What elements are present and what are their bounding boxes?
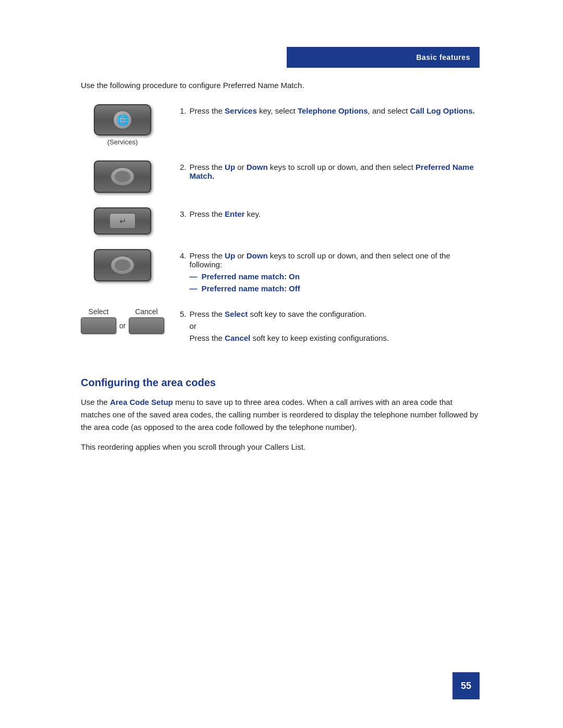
- step-2-content: Press the Up or Down keys to scroll up o…: [190, 163, 482, 180]
- step-1-text: 1. Press the Services key, select Teleph…: [180, 104, 482, 115]
- nav-oval-4: [111, 256, 134, 275]
- main-content: Use the following procedure to configure…: [81, 81, 482, 461]
- step-3-enter: Enter: [225, 209, 244, 218]
- step-4-up: Up: [225, 251, 235, 260]
- page-number-box: 55: [452, 672, 480, 699]
- step-1-inline: 1. Press the Services key, select Teleph…: [180, 106, 482, 115]
- steps-area: 🌐 (Services) 1. Press the Services key, …: [81, 104, 482, 357]
- step-1-services-link: Services: [225, 106, 257, 115]
- step-4-icon-col: [81, 249, 164, 281]
- dash-item-1: — Preferred name match: On: [190, 272, 482, 281]
- step-4-num: 4.: [180, 251, 187, 260]
- or-between-softkeys: or: [116, 322, 129, 330]
- services-key-label: (Services): [107, 138, 138, 146]
- step-1-icon-col: 🌐 (Services): [81, 104, 164, 146]
- step-1-content: Press the Services key, select Telephone…: [190, 106, 482, 115]
- step-5-row: Select Cancel or 5. Press the Select: [81, 307, 482, 342]
- step-1-call-log: Call Log Options.: [410, 106, 475, 115]
- step-3-inline: 3. Press the Enter key.: [180, 209, 482, 218]
- cancel-softkey-button[interactable]: [129, 317, 164, 334]
- step-5-inline: 5. Press the Select soft key to save the…: [180, 310, 482, 342]
- step-4-down: Down: [247, 251, 268, 260]
- dash-2-text: Preferred name match: Off: [202, 284, 300, 293]
- nav-oval-2: [111, 167, 134, 186]
- step-1-row: 🌐 (Services) 1. Press the Services key, …: [81, 104, 482, 146]
- dash-item-2: — Preferred name match: Off: [190, 284, 482, 293]
- section-heading: Configuring the area codes: [81, 377, 482, 389]
- step-2-inline: 2. Press the Up or Down keys to scroll u…: [180, 163, 482, 180]
- dash-2-symbol: —: [190, 284, 198, 293]
- services-key-image: 🌐: [94, 104, 151, 135]
- step-2-up: Up: [225, 163, 235, 171]
- step-1-telephone-options: Telephone Options: [298, 106, 368, 115]
- section-body-1: Use the Area Code Setup menu to save up …: [81, 396, 482, 434]
- softkey-labels-row: Select Cancel: [81, 307, 164, 316]
- services-globe-icon: 🌐: [113, 110, 132, 129]
- page-container: Basic features Use the following procedu…: [0, 0, 563, 728]
- step-4-content: Press the Up or Down keys to scroll up o…: [190, 251, 482, 293]
- step-5-num: 5.: [180, 310, 187, 318]
- header-bar-title: Basic features: [416, 53, 470, 61]
- step-5-content: Press the Select soft key to save the co…: [190, 310, 482, 342]
- select-softkey-button[interactable]: [81, 317, 116, 334]
- step-4-text: 4. Press the Up or Down keys to scroll u…: [180, 249, 482, 293]
- intro-text: Use the following procedure to configure…: [81, 81, 482, 90]
- step-2-icon-col: [81, 161, 164, 193]
- step-2-num: 2.: [180, 163, 187, 171]
- step-3-num: 3.: [180, 209, 187, 218]
- step-4-inline: 4. Press the Up or Down keys to scroll u…: [180, 251, 482, 293]
- step-2-text: 2. Press the Up or Down keys to scroll u…: [180, 161, 482, 180]
- enter-key-image: ↵: [94, 207, 151, 235]
- page-number: 55: [461, 681, 471, 692]
- cancel-label: Cancel: [129, 307, 164, 316]
- dash-1-text: Preferred name match: On: [202, 272, 300, 281]
- softkeys-btns-row: or: [81, 317, 164, 334]
- step-5-cancel: Cancel: [225, 334, 250, 342]
- step-5-text: 5. Press the Select soft key to save the…: [180, 307, 482, 342]
- step-3-content: Press the Enter key.: [190, 209, 482, 218]
- enter-inner-icon: ↵: [109, 213, 136, 229]
- section-body-2: This reordering applies when you scroll …: [81, 441, 482, 453]
- step-3-icon-col: ↵: [81, 207, 164, 235]
- header-bar: Basic features: [287, 47, 480, 68]
- dash-1-symbol: —: [190, 272, 198, 281]
- step-1-num: 1.: [180, 106, 187, 115]
- or-line: or: [190, 322, 482, 330]
- step-2-row: 2. Press the Up or Down keys to scroll u…: [81, 161, 482, 193]
- step-3-row: ↵ 3. Press the Enter key.: [81, 207, 482, 235]
- nav-key-image-4: [94, 249, 151, 281]
- step-2-down: Down: [247, 163, 268, 171]
- step-4-row: 4. Press the Up or Down keys to scroll u…: [81, 249, 482, 293]
- step-5-select: Select: [225, 310, 248, 318]
- softkey-or-label: [116, 307, 129, 316]
- nav-key-image-2: [94, 161, 151, 193]
- step-3-text: 3. Press the Enter key.: [180, 207, 482, 218]
- step-5-icon-col: Select Cancel or: [81, 307, 164, 334]
- select-label: Select: [81, 307, 116, 316]
- area-code-setup-link: Area Code Setup: [110, 398, 173, 406]
